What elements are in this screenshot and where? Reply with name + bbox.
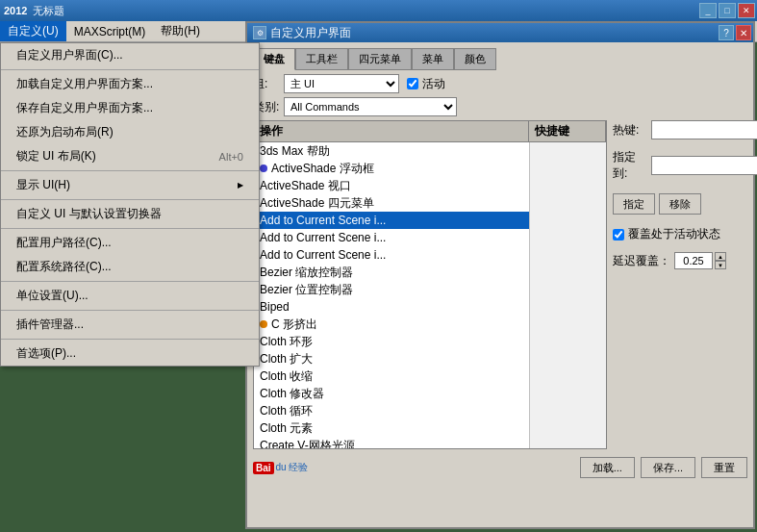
category-row: 类别: All Commands [253, 97, 747, 116]
ops-item-cloth-modifier[interactable]: Cloth 修改器 [254, 385, 529, 402]
customize-ui-dialog: ⚙ 自定义用户界面 ? ✕ 键盘 工具栏 四元菜单 菜单 颜色 组: 主 UI … [245, 21, 755, 529]
ops-item-cloth-expand[interactable]: Cloth 扩大 [254, 350, 529, 367]
shortcut-cloth-shrink [530, 367, 606, 385]
baidu-text: du 经验 [276, 461, 309, 474]
ops-list-container[interactable]: 3ds Max 帮助 ActiveShade 浮动框 ActiveShade 视… [253, 141, 607, 449]
ops-item-cloth-element[interactable]: Cloth 元素 [254, 419, 529, 437]
ops-item-add-scene3[interactable]: Add to Current Scene i... [254, 246, 529, 264]
assign-to-input[interactable] [651, 156, 757, 175]
dialog-title: 自定义用户界面 [270, 25, 351, 41]
dropdown-separator-5 [1, 281, 259, 282]
dialog-tabs: 键盘 工具栏 四元菜单 菜单 颜色 [253, 48, 747, 70]
dropdown-item-customize-default[interactable]: 自定义 UI 与默认设置切换器 [1, 202, 259, 226]
assign-to-row: 指定到: [613, 149, 747, 182]
hotkey-section: 热键: 指定到: 指定 移除 覆盖处于活动状态 延迟覆盖： [613, 120, 747, 449]
dropdown-item-preferences[interactable]: 首选项(P)... [1, 342, 259, 366]
ops-item-bezier-pos[interactable]: Bezier 位置控制器 [254, 281, 529, 298]
title-bar: 2012 无标题 _ □ ✕ [0, 0, 757, 21]
ops-item-c-extrude[interactable]: C 形挤出 [254, 316, 529, 333]
coverage-delay-label: 延迟覆盖： [613, 253, 670, 269]
dropdown-separator-2 [1, 170, 259, 171]
ops-item-activeshade-float[interactable]: ActiveShade 浮动框 [254, 160, 529, 177]
ops-item-add-scene2[interactable]: Add to Current Scene i... [254, 229, 529, 246]
bottom-actions: Bai du 经验 加载... 保存... 重置 [253, 457, 747, 478]
ops-item-activeshade-view[interactable]: ActiveShade 视口 [254, 177, 529, 194]
tab-quad-menu[interactable]: 四元菜单 [348, 48, 412, 70]
assign-remove-row: 指定 移除 [613, 193, 747, 215]
dropdown-item-plugins[interactable]: 插件管理器... [1, 313, 259, 337]
title-bar-controls[interactable]: _ □ ✕ [699, 3, 755, 18]
assign-button[interactable]: 指定 [613, 193, 655, 215]
dropdown-item-save-ui[interactable]: 保存自定义用户界面方案... [1, 96, 259, 120]
category-select[interactable]: All Commands [284, 97, 457, 116]
dot-blue-icon [260, 165, 267, 172]
dropdown-separator-1 [1, 69, 259, 70]
baidu-logo: Bai [253, 462, 274, 474]
hotkey-row: 热键: [613, 120, 747, 139]
tab-menu[interactable]: 菜单 [412, 48, 454, 70]
shortcut-cloth-element [530, 419, 606, 437]
dropdown-item-show-ui[interactable]: 显示 UI(H) [1, 173, 259, 197]
spinner-up[interactable]: ▲ [715, 252, 726, 261]
shortcut-add-scene1 [530, 212, 606, 229]
app-name: 无标题 [33, 4, 64, 18]
shortcut-bezier-pos [530, 281, 606, 298]
dropdown-item-revert-ui[interactable]: 还原为启动布局(R) [1, 120, 259, 144]
coverage-checkbox[interactable] [613, 229, 624, 241]
active-label: 活动 [422, 76, 445, 92]
dropdown-item-configure-user[interactable]: 配置用户路径(C)... [1, 231, 259, 255]
coverage-delay-spinner: ▲ ▼ [674, 252, 726, 269]
ops-item-cloth-loop[interactable]: Cloth 循环 [254, 402, 529, 419]
minimize-button[interactable]: _ [699, 3, 717, 18]
ops-item-bezier-scale[interactable]: Bezier 缩放控制器 [254, 264, 529, 281]
ops-item-cloth-shrink[interactable]: Cloth 收缩 [254, 367, 529, 385]
shortcut-create-v-mesh [530, 437, 606, 449]
ops-shortcut-header: 快捷键 [529, 121, 606, 141]
dropdown-item-lock-ui[interactable]: 锁定 UI 布局(K) Alt+0 [1, 144, 259, 168]
spinner-down[interactable]: ▼ [715, 261, 726, 269]
load-button[interactable]: 加载... [580, 457, 635, 478]
coverage-checkbox-row: 覆盖处于活动状态 [613, 226, 747, 242]
close-button[interactable]: ✕ [738, 3, 755, 18]
dropdown-item-load-ui[interactable]: 加载自定义用户界面方案... [1, 72, 259, 96]
remove-button[interactable]: 移除 [659, 193, 701, 215]
dialog-title-bar: ⚙ 自定义用户界面 ? ✕ [247, 23, 753, 42]
dot-orange-icon [260, 320, 267, 328]
assign-to-label: 指定到: [613, 149, 647, 182]
dropdown-item-customize-ui[interactable]: 自定义用户界面(C)... [1, 43, 259, 67]
hotkey-input[interactable] [651, 120, 757, 139]
coverage-delay-input[interactable] [674, 252, 713, 269]
dropdown-item-configure-system[interactable]: 配置系统路径(C)... [1, 255, 259, 279]
maximize-button[interactable]: □ [719, 3, 736, 18]
spinner-arrows: ▲ ▼ [715, 252, 726, 269]
menu-item-maxscript[interactable]: MAXScript(M) [66, 21, 154, 41]
ops-item-cloth-ring[interactable]: Cloth 环形 [254, 333, 529, 350]
ops-item-create-v-mesh[interactable]: Create V-网格光源 [254, 437, 529, 448]
group-row: 组: 主 UI 活动 [253, 74, 747, 93]
dialog-inner: 键盘 工具栏 四元菜单 菜单 颜色 组: 主 UI 活动 类别: All Com… [247, 42, 753, 527]
shortcut-activeshade-view [530, 177, 606, 194]
app-year: 2012 [4, 5, 27, 16]
dropdown-item-units[interactable]: 单位设置(U)... [1, 284, 259, 308]
active-checkbox[interactable] [407, 78, 418, 89]
shortcut-cloth-loop [530, 402, 606, 419]
save-button[interactable]: 保存... [641, 457, 695, 478]
reset-button[interactable]: 重置 [701, 457, 747, 478]
dialog-close-button[interactable]: ✕ [736, 25, 751, 40]
group-select[interactable]: 主 UI [284, 74, 399, 93]
coverage-label: 覆盖处于活动状态 [628, 226, 720, 242]
ops-item-biped[interactable]: Biped [254, 298, 529, 316]
baidu-area: Bai du 经验 [253, 461, 574, 474]
dialog-title-icon: ⚙ [253, 26, 266, 39]
menu-item-help[interactable]: 帮助(H) [153, 21, 208, 41]
dialog-help-button[interactable]: ? [719, 25, 734, 40]
tab-toolbar[interactable]: 工具栏 [295, 48, 348, 70]
shortcut-add-scene2 [530, 229, 606, 246]
ops-item-activeshade-quad[interactable]: ActiveShade 四元菜单 [254, 194, 529, 212]
tab-color[interactable]: 颜色 [454, 48, 496, 70]
menu-item-customize[interactable]: 自定义(U) [0, 21, 66, 41]
shortcut-3dsmax-help [530, 142, 606, 160]
ops-item-3dsmax-help[interactable]: 3ds Max 帮助 [254, 142, 529, 160]
ops-item-add-scene1[interactable]: Add to Current Scene i... [254, 212, 529, 229]
dropdown-separator-6 [1, 310, 259, 311]
